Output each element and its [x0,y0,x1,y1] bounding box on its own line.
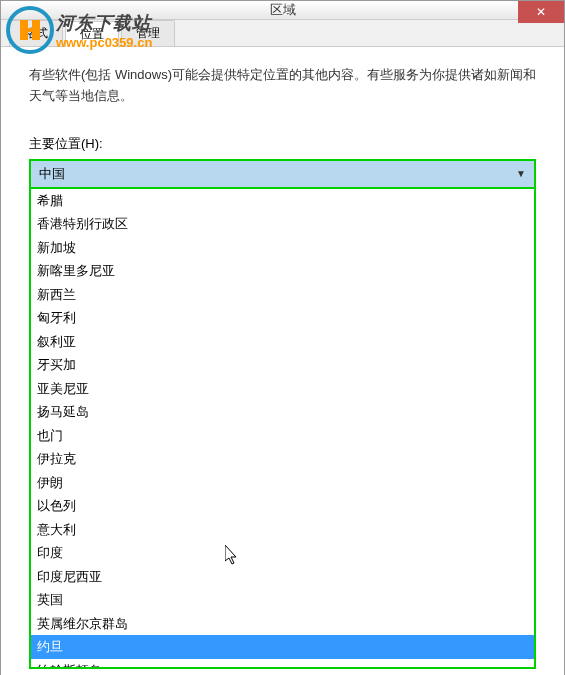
dropdown-option[interactable]: 英属维尔京群岛 [31,612,534,636]
dropdown-option[interactable]: 希腊 [31,189,534,213]
tab-strip: 格式 位置 管理 [1,20,564,47]
content-area: 有些软件(包括 Windows)可能会提供特定位置的其他内容。有些服务为你提供诸… [1,47,564,675]
dropdown-option[interactable]: 叙利亚 [31,330,534,354]
dropdown-option[interactable]: 新西兰 [31,283,534,307]
description-text: 有些软件(包括 Windows)可能会提供特定位置的其他内容。有些服务为你提供诸… [29,65,536,107]
window-title: 区域 [270,1,296,19]
region-dialog-window: 区域 ✕ 格式 位置 管理 有些软件(包括 Windows)可能会提供特定位置的… [0,0,565,675]
close-icon: ✕ [536,5,546,19]
primary-location-label: 主要位置(H): [29,135,536,153]
dropdown-option[interactable]: 香港特别行政区 [31,212,534,236]
location-dropdown-list[interactable]: 希腊香港特别行政区新加坡新喀里多尼亚新西兰匈牙利叙利亚牙买加亚美尼亚扬马延岛也门… [29,189,536,669]
tab-format[interactable]: 格式 [9,20,63,46]
close-button[interactable]: ✕ [518,1,564,23]
dropdown-option[interactable]: 新加坡 [31,236,534,260]
dropdown-option[interactable]: 伊拉克 [31,447,534,471]
dropdown-option[interactable]: 匈牙利 [31,306,534,330]
location-combobox[interactable]: 中国 ▼ [29,159,536,189]
dropdown-option[interactable]: 以色列 [31,494,534,518]
dropdown-option[interactable]: 约旦 [31,635,534,659]
dropdown-option[interactable]: 牙买加 [31,353,534,377]
dropdown-option[interactable]: 意大利 [31,518,534,542]
dropdown-option[interactable]: 英国 [31,588,534,612]
chevron-down-icon: ▼ [516,168,526,179]
dropdown-option[interactable]: 约翰斯顿岛 [31,659,534,669]
tab-location[interactable]: 位置 [65,21,119,47]
combobox-value: 中国 [39,165,65,183]
dropdown-option[interactable]: 亚美尼亚 [31,377,534,401]
dropdown-option[interactable]: 也门 [31,424,534,448]
tab-admin[interactable]: 管理 [121,20,175,46]
dropdown-option[interactable]: 新喀里多尼亚 [31,259,534,283]
dropdown-option[interactable]: 伊朗 [31,471,534,495]
dropdown-option[interactable]: 扬马延岛 [31,400,534,424]
dropdown-option[interactable]: 印度尼西亚 [31,565,534,589]
dropdown-option[interactable]: 印度 [31,541,534,565]
titlebar: 区域 ✕ [1,1,564,20]
